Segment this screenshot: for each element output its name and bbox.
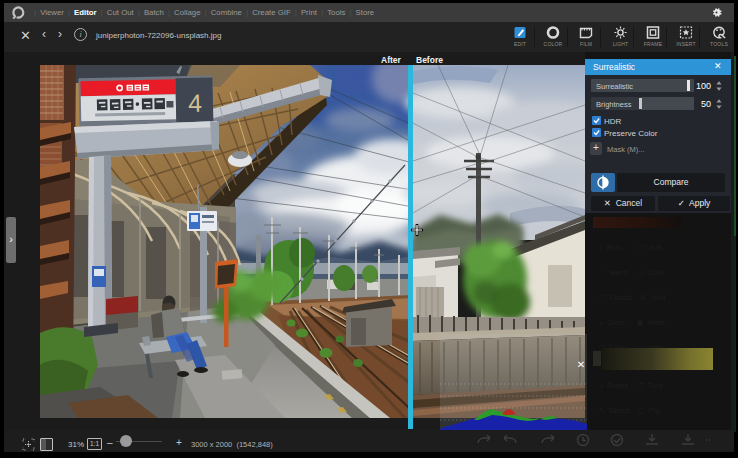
svg-text:4: 4: [188, 89, 203, 117]
